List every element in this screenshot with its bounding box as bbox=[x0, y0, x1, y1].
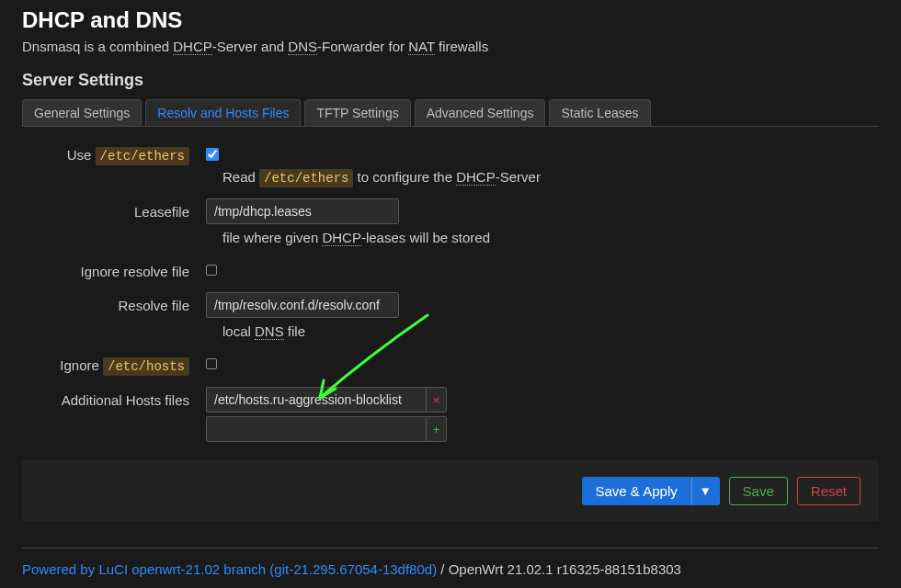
chevron-down-icon: ▼ bbox=[700, 484, 712, 498]
use-ethers-label: Use /etc/ethers bbox=[22, 141, 206, 164]
path-etc-ethers-help: /etc/ethers bbox=[259, 169, 353, 187]
add-host-button[interactable]: + bbox=[427, 416, 447, 442]
footer-link[interactable]: Powered by LuCI openwrt-21.02 branch (gi… bbox=[22, 561, 437, 577]
reset-button[interactable]: Reset bbox=[797, 477, 861, 505]
footer-version: OpenWrt 21.02.1 r16325-88151b8303 bbox=[449, 561, 681, 577]
ignore-hosts-checkbox[interactable] bbox=[206, 358, 217, 369]
save-apply-button[interactable]: Save & Apply bbox=[582, 477, 691, 505]
remove-icon: × bbox=[433, 393, 440, 407]
save-button[interactable]: Save bbox=[729, 477, 788, 505]
footer: Powered by LuCI openwrt-21.02 branch (gi… bbox=[22, 548, 879, 577]
ignore-resolve-label: Ignore resolve file bbox=[22, 258, 206, 279]
add-icon: + bbox=[433, 423, 440, 436]
abbr-nat: NAT bbox=[408, 39, 435, 55]
page-title: DHCP and DNS bbox=[22, 7, 879, 33]
abbr-dns: DNS bbox=[288, 39, 317, 55]
additional-hosts-input-new[interactable] bbox=[206, 416, 427, 442]
tab-tftp-settings[interactable]: TFTP Settings bbox=[304, 99, 410, 126]
leasefile-label: Leasefile bbox=[22, 198, 206, 220]
page-description: Dnsmasq is a combined DHCP-Server and DN… bbox=[22, 39, 879, 54]
tab-static-leases[interactable]: Static Leases bbox=[549, 99, 650, 126]
abbr-dns-resolv: DNS bbox=[255, 323, 284, 340]
abbr-dhcp-lease: DHCP bbox=[322, 230, 361, 246]
leasefile-input[interactable] bbox=[206, 198, 399, 224]
use-ethers-checkbox[interactable] bbox=[206, 148, 219, 161]
resolve-file-help: local DNS file bbox=[222, 323, 879, 339]
ignore-resolve-checkbox[interactable] bbox=[206, 265, 217, 276]
path-etc-hosts: /etc/hosts bbox=[103, 357, 189, 376]
leasefile-help: file where given DHCP-leases will be sto… bbox=[222, 230, 879, 245]
ignore-hosts-label: Ignore /etc/hosts bbox=[22, 352, 206, 374]
tab-resolv-hosts[interactable]: Resolv and Hosts Files bbox=[145, 99, 301, 126]
remove-host-button[interactable]: × bbox=[427, 387, 447, 413]
tab-general-settings[interactable]: General Settings bbox=[22, 99, 142, 126]
path-etc-ethers: /etc/ethers bbox=[96, 147, 189, 165]
section-title: Server Settings bbox=[22, 71, 879, 90]
additional-hosts-input-0[interactable] bbox=[206, 387, 427, 413]
resolve-file-label: Resolve file bbox=[22, 292, 206, 313]
abbr-dhcp-help: DHCP bbox=[456, 169, 496, 186]
tabs: General Settings Resolv and Hosts Files … bbox=[22, 99, 879, 127]
tab-advanced-settings[interactable]: Advanced Settings bbox=[415, 99, 546, 126]
abbr-dhcp: DHCP bbox=[173, 39, 212, 55]
additional-hosts-label: Additional Hosts files bbox=[22, 387, 206, 408]
actions-bar: Save & Apply ▼ Save Reset bbox=[22, 460, 879, 522]
save-apply-dropdown[interactable]: ▼ bbox=[691, 477, 720, 505]
use-ethers-help: Read /etc/ethers to configure the DHCP-S… bbox=[222, 169, 879, 186]
resolve-file-input[interactable] bbox=[206, 292, 399, 318]
